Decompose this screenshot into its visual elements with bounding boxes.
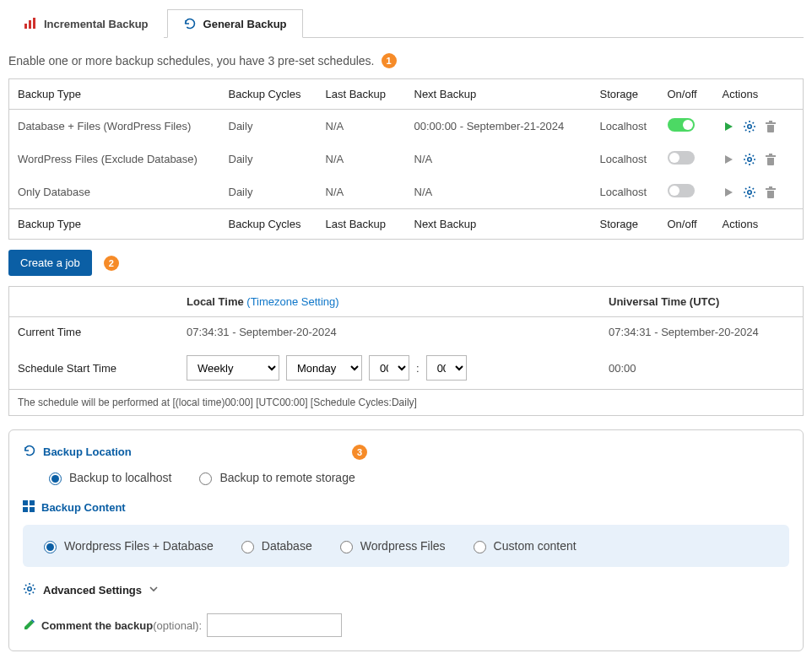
local-time-label: Local Time [187,295,244,308]
svg-rect-8 [23,507,28,512]
content-db-option[interactable]: Database [237,538,312,553]
table-row: Database + Files (WordPress Files)DailyN… [9,110,804,143]
cell-actions [714,110,804,143]
cell-last: N/A [317,110,406,143]
cell-storage: Localhost [592,175,659,209]
backup-location-header: Backup Location 3 [23,444,789,460]
play-icon[interactable] [723,186,734,198]
minute-select[interactable]: 00 [426,355,467,381]
col-next: Next Backup [406,79,592,110]
cell-last: N/A [317,175,406,209]
cell-onoff [659,110,714,143]
schedule-start-controls: Weekly Monday 00 : 00 [178,347,600,389]
backup-content-options: Wordpress Files + Database Database Word… [23,525,789,567]
svg-rect-0 [24,24,27,29]
cell-next: N/A [406,175,592,209]
foot-cycles: Backup Cycles [220,209,317,240]
play-icon[interactable] [723,154,734,165]
cell-next: N/A [406,143,592,175]
content-custom-option[interactable]: Custom content [469,538,577,553]
cell-type: Database + Files (WordPress Files) [9,110,220,143]
frequency-select[interactable]: Weekly [187,355,279,381]
schedule-start-utc: 00:00 [600,354,803,383]
svg-rect-9 [30,507,35,512]
comment-row: Comment the backup(optional): [23,613,789,637]
schedules-table: Backup Type Backup Cycles Last Backup Ne… [8,78,804,240]
svg-point-4 [747,157,750,160]
content-db-radio[interactable] [241,541,254,553]
svg-rect-6 [23,500,28,505]
col-actions: Actions [714,79,804,110]
create-job-button[interactable]: Create a job [8,250,92,276]
hour-select[interactable]: 00 [369,355,409,381]
content-custom-label: Custom content [494,539,577,553]
svg-rect-2 [33,18,35,29]
col-last: Last Backup [317,79,406,110]
onoff-toggle[interactable] [668,184,695,197]
backup-localhost-option[interactable]: Backup to localhost [45,470,171,485]
cell-actions [714,175,804,209]
content-db-label: Database [262,539,312,553]
comment-label: Comment the backup(optional): [41,619,202,632]
gear-icon[interactable] [743,120,756,133]
onoff-toggle[interactable] [668,151,695,165]
backup-location-title: Backup Location [43,445,132,458]
content-custom-radio[interactable] [474,541,486,553]
gear-icon[interactable] [743,153,756,166]
cell-onoff [659,143,714,175]
gear-icon[interactable] [743,186,756,199]
trash-icon[interactable] [765,120,777,133]
bar-chart-icon [24,17,37,30]
tab-incremental[interactable]: Incremental Backup [8,9,164,38]
content-files-db-label: Wordpress Files + Database [64,539,214,553]
content-files-db-radio[interactable] [44,541,57,553]
cell-actions [714,143,804,175]
backup-remote-option[interactable]: Backup to remote storage [195,470,355,485]
tab-general[interactable]: General Backup [167,9,303,38]
cell-cycles: Daily [220,143,317,175]
foot-actions: Actions [714,209,804,240]
chevron-down-icon [149,584,159,597]
content-files-option[interactable]: Wordpress Files [336,538,446,553]
cell-type: Only Database [9,175,220,209]
advanced-settings-toggle[interactable]: Advanced Settings [23,582,789,598]
day-select[interactable]: Monday [286,355,362,381]
backup-content-title: Backup Content [41,501,126,514]
intro-text: Enable one or more backup schedules, you… [8,54,375,67]
step-badge-3: 3 [352,445,367,460]
play-icon[interactable] [723,121,734,132]
cell-onoff [659,175,714,209]
gear-icon [23,582,36,598]
tab-incremental-label: Incremental Backup [44,18,149,30]
utc-time-header: Universal Time (UTC) [600,287,803,316]
timezone-setting-link[interactable]: (Timezone Setting) [246,295,338,308]
trash-icon[interactable] [765,186,777,199]
svg-rect-1 [29,20,31,29]
cell-cycles: Daily [220,175,317,209]
current-time-label: Current Time [9,317,178,347]
cell-storage: Localhost [592,110,659,143]
backup-content-header: Backup Content [23,500,789,515]
svg-point-5 [747,190,750,193]
backup-localhost-radio[interactable] [49,472,62,485]
content-files-radio[interactable] [340,541,353,553]
backup-localhost-label: Backup to localhost [69,471,171,484]
cell-storage: Localhost [592,143,659,175]
trash-icon[interactable] [765,153,777,166]
backup-remote-radio[interactable] [199,472,212,485]
foot-onoff: On/off [659,209,714,240]
history-icon [23,444,36,460]
onoff-toggle[interactable] [668,118,695,132]
edit-icon [23,618,36,634]
col-type: Backup Type [9,79,220,110]
foot-last: Last Backup [317,209,406,240]
content-files-db-option[interactable]: Wordpress Files + Database [40,538,214,553]
svg-point-3 [747,124,750,127]
time-box: Local Time (Timezone Setting) Universal … [8,286,804,416]
comment-input[interactable] [207,613,342,637]
table-row: Only DatabaseDailyN/AN/ALocalhost [9,175,804,209]
current-time-utc: 07:34:31 - September-20-2024 [600,317,803,347]
table-row: WordPress Files (Exclude Database)DailyN… [9,143,804,175]
step-badge-1: 1 [382,53,397,68]
cell-last: N/A [317,143,406,175]
